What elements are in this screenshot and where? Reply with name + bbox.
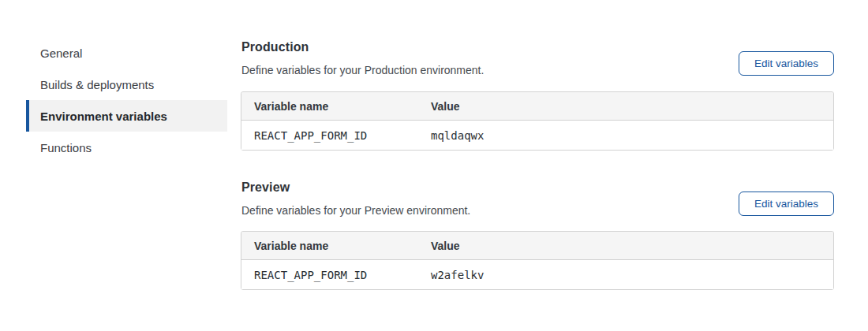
column-header-value: Value [431,240,833,252]
table-header-row: Variable name Value [241,232,833,260]
preview-section-title: Preview [241,180,290,195]
production-variables-table: Variable name Value REACT_APP_FORM_ID mq… [241,91,834,151]
variable-name-cell: REACT_APP_FORM_ID [241,129,431,142]
column-header-value: Value [431,100,833,113]
production-edit-variables-button[interactable]: Edit variables [739,51,834,76]
table-row: REACT_APP_FORM_ID w2afelkv [241,260,833,289]
sidebar-item-label: General [40,46,82,60]
column-header-variable-name: Variable name [241,100,431,113]
sidebar-item-environment-variables[interactable]: Environment variables [26,100,227,132]
preview-section-description: Define variables for your Preview enviro… [241,204,470,217]
preview-variables-table: Variable name Value REACT_APP_FORM_ID w2… [241,231,834,290]
column-header-variable-name: Variable name [241,240,431,252]
sidebar-item-functions[interactable]: Functions [26,132,227,163]
variable-name-cell: REACT_APP_FORM_ID [241,269,431,281]
variable-value-cell: w2afelkv [431,269,833,281]
sidebar-item-label: Environment variables [40,110,167,123]
sidebar-item-builds-deployments[interactable]: Builds & deployments [26,69,227,100]
table-header-row: Variable name Value [241,92,833,121]
preview-edit-variables-button[interactable]: Edit variables [739,192,834,216]
settings-sidebar: General Builds & deployments Environment… [26,37,227,163]
settings-page: General Builds & deployments Environment… [0,0,868,331]
sidebar-item-label: Builds & deployments [40,78,154,91]
sidebar-item-label: Functions [40,141,92,154]
production-section-title: Production [241,40,309,54]
variable-value-cell: mqldaqwx [431,129,833,142]
table-row: REACT_APP_FORM_ID mqldaqwx [241,121,833,150]
production-section-description: Define variables for your Production env… [241,64,484,76]
sidebar-item-general[interactable]: General [26,37,227,69]
